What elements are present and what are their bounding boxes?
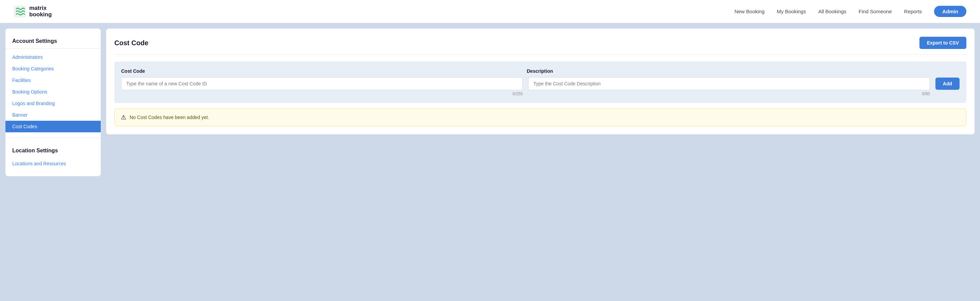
- page-title: Cost Code: [115, 39, 148, 47]
- content-area: Cost Code Export to CSV Cost Code Descri…: [106, 29, 975, 134]
- form-labels: Cost Code Description: [121, 68, 959, 74]
- logo-icon: [14, 5, 26, 18]
- form-section: Cost Code Description 0/255 0/50 Add: [115, 62, 966, 103]
- logo-line1: matrix: [29, 5, 52, 11]
- cost-code-label: Cost Code: [121, 68, 521, 74]
- nav-my-bookings[interactable]: My Bookings: [777, 8, 806, 14]
- page-header: Cost Code Export to CSV: [115, 37, 966, 55]
- description-input-wrapper: 0/50: [528, 77, 930, 96]
- logo: matrix booking: [14, 5, 52, 18]
- notice-banner: ⚠ No Cost Codes have been added yet.: [115, 108, 966, 126]
- nav-reports[interactable]: Reports: [904, 8, 922, 14]
- location-settings-title: Location Settings: [5, 142, 101, 158]
- cost-code-char-count: 0/255: [121, 92, 523, 96]
- sidebar: Account Settings Administrators Booking …: [5, 29, 101, 176]
- sidebar-item-banner[interactable]: Banner: [5, 109, 101, 121]
- notice-text: No Cost Codes have been added yet.: [130, 115, 209, 120]
- header: matrix booking New Booking My Bookings A…: [0, 0, 980, 23]
- admin-button[interactable]: Admin: [934, 6, 966, 17]
- description-label: Description: [527, 68, 927, 74]
- sidebar-item-cost-codes[interactable]: Cost Codes: [5, 121, 101, 132]
- sidebar-item-booking-options[interactable]: Booking Options: [5, 86, 101, 98]
- nav-all-bookings[interactable]: All Bookings: [818, 8, 846, 14]
- form-row: 0/255 0/50 Add: [121, 77, 959, 96]
- sidebar-item-booking-categories[interactable]: Booking Categories: [5, 63, 101, 74]
- nav: New Booking My Bookings All Bookings Fin…: [734, 6, 966, 17]
- add-button[interactable]: Add: [935, 78, 959, 90]
- cost-code-input[interactable]: [121, 77, 523, 90]
- description-char-count: 0/50: [528, 92, 930, 96]
- sidebar-item-logos-and-branding[interactable]: Logos and Branding: [5, 98, 101, 109]
- export-csv-button[interactable]: Export to CSV: [920, 37, 966, 49]
- description-input[interactable]: [528, 77, 930, 90]
- logo-line2: booking: [29, 11, 52, 18]
- sidebar-item-administrators[interactable]: Administrators: [5, 51, 101, 63]
- sidebar-divider-1: [5, 48, 101, 49]
- warning-icon: ⚠: [121, 114, 126, 121]
- sidebar-divider-2: [5, 138, 101, 138]
- main-layout: Account Settings Administrators Booking …: [0, 23, 980, 301]
- account-settings-title: Account Settings: [5, 35, 101, 48]
- nav-new-booking[interactable]: New Booking: [734, 8, 764, 14]
- sidebar-item-locations-and-resources[interactable]: Locations and Resources: [5, 158, 101, 170]
- nav-find-someone[interactable]: Find Someone: [859, 8, 892, 14]
- logo-text: matrix booking: [29, 5, 52, 18]
- cost-code-input-wrapper: 0/255: [121, 77, 523, 96]
- sidebar-item-facilities[interactable]: Facilities: [5, 74, 101, 86]
